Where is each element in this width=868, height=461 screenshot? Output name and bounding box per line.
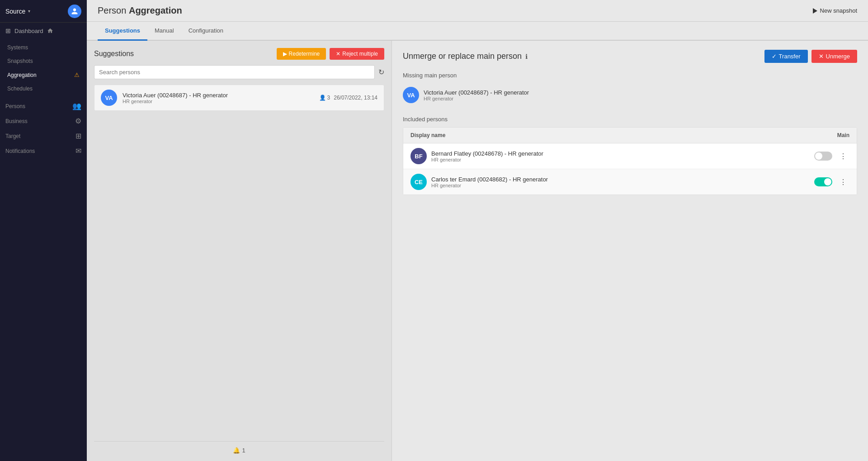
table-row-bf: BF Bernard Flatley (00248678) - HR gener… <box>403 143 857 169</box>
sidebar-item-snapshots[interactable]: Snapshots <box>0 54 87 68</box>
bell-notification: 🔔 1 <box>233 447 245 454</box>
aggregation-label: Aggregation <box>7 72 37 78</box>
person-count: 3 <box>327 95 330 101</box>
refresh-icon: ↻ <box>378 68 384 76</box>
x-icon-unmerge: ✕ <box>819 53 824 60</box>
person-sub-va: HR generator <box>123 99 314 104</box>
missing-person-name: Victoria Auer (00248687) - HR generator <box>424 89 857 96</box>
left-panel-footer: 🔔 1 <box>94 441 384 454</box>
person-icon-small: 👤 <box>319 95 326 101</box>
table-row-ce-right: ⋮ <box>814 177 849 187</box>
business-icon: ⚙ <box>75 117 81 125</box>
persons-icon: 👥 <box>72 102 81 110</box>
reject-multiple-button[interactable]: ✕ Reject multiple <box>330 48 384 60</box>
new-snapshot-label: New snapshot <box>820 7 857 14</box>
sidebar-user-icon[interactable] <box>68 5 81 18</box>
tab-suggestions[interactable]: Suggestions <box>98 22 147 41</box>
suggestions-panel: Suggestions ▶ Redetermine ✕ Reject multi… <box>87 41 392 461</box>
toggle-thumb-bf <box>815 152 822 160</box>
col-display-name: Display name <box>410 132 445 138</box>
sidebar-source[interactable]: Source ▾ <box>5 8 30 15</box>
person-sub-bf: HR generator <box>431 157 543 162</box>
schedules-label: Schedules <box>7 86 33 92</box>
person-name-bf: Bernard Flatley (00248678) - HR generato… <box>431 150 543 157</box>
sidebar-group-notifications[interactable]: Notifications ✉ <box>0 142 87 157</box>
table-row-ce-left: CE Carlos ter Emard (00248682) - HR gene… <box>410 174 548 190</box>
sidebar-header: Source ▾ <box>0 0 87 23</box>
x-icon: ✕ <box>336 51 340 57</box>
person-meta-va: 👤 3 26/07/2022, 13:14 <box>319 95 377 101</box>
person-info-ce: Carlos ter Emard (00248682) - HR generat… <box>431 176 548 188</box>
target-icon: ⊞ <box>75 132 81 140</box>
sidebar-item-dashboard[interactable]: ⊞ Dashboard <box>0 23 87 39</box>
page-title: Person Aggregation <box>98 5 182 16</box>
tab-suggestions-label: Suggestions <box>105 27 140 34</box>
refresh-button[interactable]: ↻ <box>378 68 384 76</box>
unmerge-button[interactable]: ✕ Unmerge <box>811 50 857 63</box>
content-area: Suggestions ▶ Redetermine ✕ Reject multi… <box>87 41 868 461</box>
missing-person-info: Victoria Auer (00248687) - HR generator … <box>424 89 857 101</box>
transfer-button[interactable]: ✓ Transfer <box>764 50 808 63</box>
toggle-bf[interactable] <box>814 152 832 161</box>
person-sub-ce: HR generator <box>431 183 548 188</box>
play-icon <box>813 8 817 14</box>
tab-configuration[interactable]: Configuration <box>181 22 231 41</box>
sidebar-group-persons[interactable]: Persons 👥 <box>0 97 87 112</box>
missing-avatar-initials: VA <box>407 92 415 99</box>
tab-configuration-label: Configuration <box>189 27 223 34</box>
info-icon[interactable]: ℹ <box>525 53 528 60</box>
avatar-initials-va: VA <box>105 95 113 101</box>
target-group-label: Target <box>5 133 20 139</box>
tab-manual[interactable]: Manual <box>147 22 181 41</box>
play-small-icon: ▶ <box>283 51 287 57</box>
systems-label: Systems <box>7 44 28 51</box>
person-info-bf: Bernard Flatley (00248678) - HR generato… <box>431 150 543 162</box>
missing-person-sub: HR generator <box>424 96 857 101</box>
missing-section-label: Missing main person <box>403 72 857 79</box>
dashboard-label: Dashboard <box>14 28 43 34</box>
avatar-bf-initials: BF <box>415 153 422 160</box>
sidebar-group-target[interactable]: Target ⊞ <box>0 127 87 142</box>
notifications-icon: ✉ <box>75 147 81 155</box>
count-badge: 👤 3 <box>319 95 330 101</box>
included-table: Display name Main BF Bernard Flatley (00… <box>403 127 857 195</box>
options-button-bf[interactable]: ⋮ <box>837 151 849 162</box>
person-card-va[interactable]: VA Victoria Auer (00248687) - HR generat… <box>94 85 384 111</box>
avatar-ce-initials: CE <box>415 179 423 185</box>
source-label: Source <box>5 8 25 15</box>
suggestions-actions: ▶ Redetermine ✕ Reject multiple <box>277 48 384 60</box>
business-group-label: Business <box>5 118 28 124</box>
new-snapshot-button[interactable]: New snapshot <box>813 7 857 14</box>
avatar-bf: BF <box>410 148 427 164</box>
options-button-ce[interactable]: ⋮ <box>837 177 849 187</box>
redetermine-label: Redetermine <box>289 51 320 57</box>
sidebar-item-aggregation[interactable]: Aggregation ⚠ <box>0 68 87 82</box>
person-info-va: Victoria Auer (00248687) - HR generator … <box>123 92 314 104</box>
persons-group-label: Persons <box>5 103 25 109</box>
title-light: Person <box>98 5 126 15</box>
table-header: Display name Main <box>403 128 857 143</box>
toggle-ce[interactable] <box>814 177 832 186</box>
search-input[interactable] <box>94 65 375 79</box>
right-panel: Unmerge or replace main person ℹ ✓ Trans… <box>392 41 868 461</box>
warning-icon: ⚠ <box>74 71 80 78</box>
notification-count: 1 <box>242 447 245 454</box>
unmerge-label: Unmerge <box>826 53 850 60</box>
home-icon <box>47 28 53 34</box>
sidebar-item-schedules[interactable]: Schedules <box>0 82 87 95</box>
sidebar-item-systems[interactable]: Systems <box>0 41 87 54</box>
sidebar-group-business[interactable]: Business ⚙ <box>0 112 87 127</box>
redetermine-button[interactable]: ▶ Redetermine <box>277 48 326 60</box>
sidebar: Source ▾ ⊞ Dashboard Systems Snapshots A… <box>0 0 87 461</box>
title-bold: Aggregation <box>129 5 182 15</box>
avatar-va: VA <box>101 90 117 106</box>
toggle-track-bf <box>814 152 832 161</box>
included-persons-section: Included persons Display name Main BF <box>403 116 857 195</box>
missing-section: Missing main person VA Victoria Auer (00… <box>403 72 857 107</box>
search-row: ↻ <box>94 65 384 79</box>
reject-multiple-label: Reject multiple <box>342 51 378 57</box>
person-name-va: Victoria Auer (00248687) - HR generator <box>123 92 314 99</box>
toggle-track-ce <box>814 177 832 186</box>
right-header: Unmerge or replace main person ℹ ✓ Trans… <box>403 50 857 63</box>
snapshots-label: Snapshots <box>7 58 33 64</box>
